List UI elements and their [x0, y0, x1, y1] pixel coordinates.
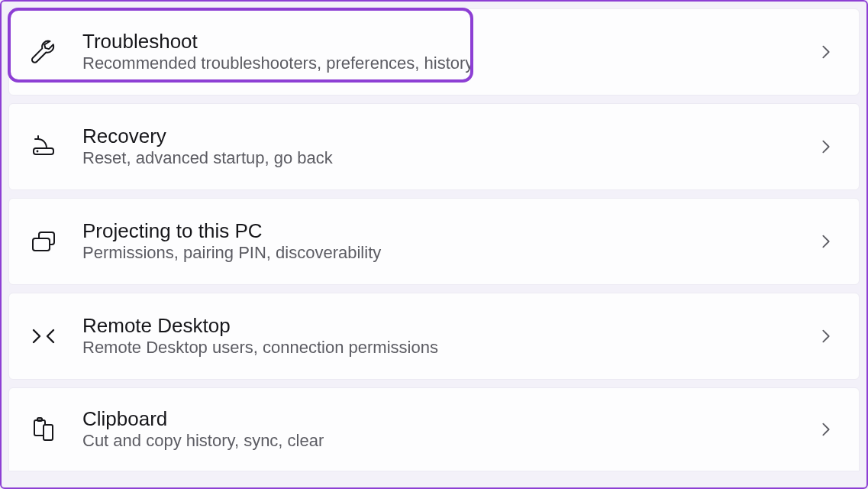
row-subtitle: Permissions, pairing PIN, discoverabilit…	[82, 243, 818, 263]
recovery-icon	[26, 129, 61, 164]
row-subtitle: Reset, advanced startup, go back	[82, 148, 818, 168]
settings-row-recovery[interactable]: Recovery Reset, advanced startup, go bac…	[8, 103, 860, 190]
svg-rect-4	[44, 425, 53, 440]
row-title: Recovery	[82, 125, 818, 147]
row-subtitle: Remote Desktop users, connection permiss…	[82, 338, 818, 358]
projecting-icon	[26, 224, 61, 259]
wrench-icon	[26, 34, 61, 70]
row-text-group: Recovery Reset, advanced startup, go bac…	[82, 125, 818, 169]
clipboard-icon	[26, 412, 61, 447]
settings-row-remote-desktop[interactable]: Remote Desktop Remote Desktop users, con…	[8, 293, 860, 380]
row-text-group: Remote Desktop Remote Desktop users, con…	[82, 315, 818, 358]
settings-row-projecting[interactable]: Projecting to this PC Permissions, pairi…	[8, 198, 860, 285]
chevron-right-icon	[818, 328, 834, 345]
row-title: Troubleshoot	[82, 31, 818, 53]
settings-row-clipboard[interactable]: Clipboard Cut and copy history, sync, cl…	[8, 387, 860, 471]
svg-rect-1	[33, 238, 50, 251]
settings-row-troubleshoot[interactable]: Troubleshoot Recommended troubleshooters…	[8, 8, 860, 96]
chevron-right-icon	[818, 44, 834, 60]
row-subtitle: Cut and copy history, sync, clear	[82, 431, 818, 451]
row-text-group: Projecting to this PC Permissions, pairi…	[82, 220, 818, 264]
chevron-right-icon	[818, 138, 834, 155]
row-title: Projecting to this PC	[82, 220, 818, 242]
settings-system-list: Troubleshoot Recommended troubleshooters…	[0, 0, 868, 489]
row-text-group: Clipboard Cut and copy history, sync, cl…	[82, 408, 818, 452]
row-subtitle: Recommended troubleshooters, preferences…	[82, 53, 818, 73]
chevron-right-icon	[818, 233, 834, 250]
chevron-right-icon	[818, 421, 834, 438]
row-title: Remote Desktop	[82, 315, 818, 337]
row-title: Clipboard	[82, 408, 818, 430]
row-text-group: Troubleshoot Recommended troubleshooters…	[82, 31, 818, 74]
remote-desktop-icon	[26, 319, 61, 354]
svg-point-0	[37, 151, 39, 153]
